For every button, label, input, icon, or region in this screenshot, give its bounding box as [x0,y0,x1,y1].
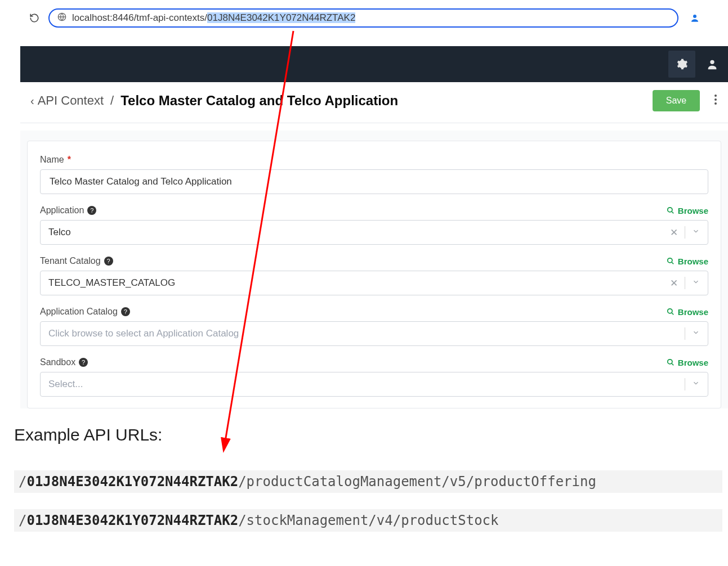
more-vertical-icon [714,94,717,105]
chevron-down-icon[interactable] [690,328,702,339]
form-container: Name* Application ? Browse [20,131,728,408]
sandbox-browse[interactable]: Browse [667,358,708,367]
application-browse[interactable]: Browse [667,206,708,215]
svg-line-13 [672,363,674,366]
save-button[interactable]: Save [653,90,700,111]
sandbox-placeholder: Select... [48,379,681,390]
field-tenant-catalog: Tenant Catalog ? Browse TELCO_MASTER_CAT… [40,256,708,295]
svg-point-10 [668,309,672,313]
sandbox-select[interactable]: Select... [40,372,708,397]
account-button[interactable] [699,51,726,78]
example-urls-heading: Example API URLs: [14,425,162,444]
tenant-catalog-value: TELCO_MASTER_CATALOG [48,277,668,289]
page-title: Telco Master Catalog and Telco Applicati… [120,93,650,109]
svg-line-11 [672,313,674,315]
svg-point-3 [714,95,717,97]
application-label: Application ? [40,205,96,215]
application-catalog-browse[interactable]: Browse [667,307,708,317]
chevron-down-icon[interactable] [690,379,702,390]
search-icon [667,358,675,366]
more-actions-button[interactable] [708,94,723,108]
chevron-down-icon[interactable] [690,227,702,238]
person-icon [690,13,700,23]
svg-point-12 [668,360,672,364]
name-input-wrap [40,169,708,194]
search-icon [667,308,675,316]
svg-point-6 [668,208,672,212]
tenant-catalog-label: Tenant Catalog ? [40,256,113,266]
globe-icon [57,12,66,24]
svg-line-9 [672,262,674,264]
svg-point-1 [693,15,696,18]
application-value: Telco [48,227,668,238]
reload-button[interactable] [28,12,41,24]
sandbox-label: Sandbox ? [40,357,88,367]
settings-button[interactable] [668,51,695,78]
svg-point-5 [714,102,717,105]
field-application: Application ? Browse Telco ✕ [40,205,708,245]
svg-line-7 [672,212,674,214]
url-omnibox[interactable]: localhost:8446/tmf-api-contexts/01J8N4E3… [48,8,678,28]
breadcrumb-separator: / [106,93,118,108]
person-icon [706,58,718,70]
tenant-catalog-browse[interactable]: Browse [667,257,708,266]
svg-point-8 [668,258,672,263]
page-header: ‹ API Context / Telco Master Catalog and… [20,90,728,123]
clear-icon[interactable]: ✕ [668,277,680,289]
search-icon [667,206,675,214]
clear-icon[interactable]: ✕ [668,227,680,239]
application-catalog-label: Application Catalog ? [40,307,130,317]
svg-point-2 [710,60,714,64]
breadcrumb-back[interactable]: ‹ API Context [30,93,104,108]
search-icon [667,257,675,265]
tenant-catalog-select[interactable]: TELCO_MASTER_CATALOG ✕ [40,271,708,295]
help-icon[interactable]: ? [121,307,130,316]
chevron-left-icon: ‹ [30,95,34,106]
help-icon[interactable]: ? [87,206,96,215]
reload-icon [29,13,39,23]
app-topbar [20,46,728,82]
example-url-1: /01J8N4E3042K1Y072N44RZTAK2/productCatal… [14,470,722,493]
breadcrumb-back-label: API Context [38,93,104,108]
application-catalog-select[interactable]: Click browse to select an Application Ca… [40,321,708,346]
name-label: Name* [40,155,71,165]
application-catalog-placeholder: Click browse to select an Application Ca… [48,328,681,339]
name-input[interactable] [48,176,702,188]
profile-button[interactable] [686,10,703,26]
field-application-catalog: Application Catalog ? Browse Click brows… [40,307,708,346]
field-sandbox: Sandbox ? Browse Select... [40,357,708,397]
help-icon[interactable]: ? [104,257,113,266]
chevron-down-icon[interactable] [690,277,702,289]
browser-chrome-row: localhost:8446/tmf-api-contexts/01J8N4E3… [0,8,728,28]
svg-point-4 [714,98,717,101]
application-select[interactable]: Telco ✕ [40,220,708,245]
help-icon[interactable]: ? [79,358,88,367]
example-url-2: /01J8N4E3042K1Y072N44RZTAK2/stockManagem… [14,509,722,532]
field-name: Name* [40,155,708,194]
url-text: localhost:8446/tmf-api-contexts/01J8N4E3… [72,12,355,24]
gear-icon [676,58,688,70]
